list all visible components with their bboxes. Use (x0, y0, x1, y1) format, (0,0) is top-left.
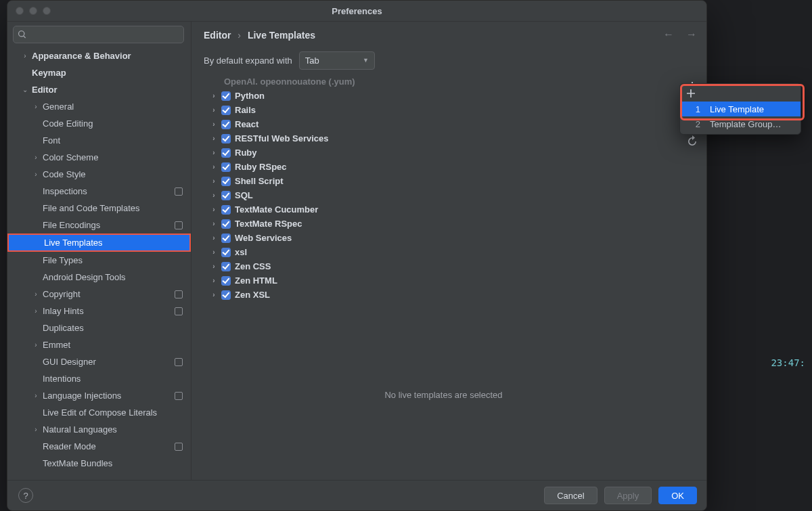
template-group-checkbox[interactable] (221, 276, 231, 286)
breadcrumb-root[interactable]: Editor (204, 30, 231, 41)
popup-item-live-template[interactable]: 1Live Template (680, 102, 800, 116)
sidebar-item-label: Android Design Tools (43, 272, 126, 282)
template-group-react[interactable]: ›React (204, 117, 683, 131)
sidebar-item-file-and-code-templates[interactable]: File and Code Templates (7, 200, 191, 217)
template-group-textmate-cucumber[interactable]: ›TextMate Cucumber (204, 202, 683, 217)
template-group-checkbox[interactable] (221, 262, 231, 271)
template-group-zen-xsl[interactable]: ›Zen XSL (204, 288, 683, 302)
template-group-checkbox[interactable] (221, 191, 231, 200)
traffic-lights (16, 7, 51, 15)
template-group-ruby[interactable]: ›Ruby (204, 146, 683, 160)
template-group-checkbox[interactable] (221, 248, 231, 257)
project-scope-icon (175, 307, 183, 315)
forward-arrow-icon[interactable]: → (686, 28, 697, 41)
minimize-dot-icon[interactable] (29, 7, 37, 15)
sidebar-item-keymap[interactable]: Keymap (7, 64, 191, 81)
sidebar-item-textmate-bundles[interactable]: TextMate Bundles (7, 455, 191, 472)
template-group-checkbox[interactable] (221, 162, 231, 172)
template-group-tree[interactable]: OpenAI. opeonnouatone (.yum) ›Python›Rai… (204, 72, 683, 480)
zoom-dot-icon[interactable] (43, 7, 51, 15)
template-group-checkbox[interactable] (221, 148, 231, 158)
sidebar-item-code-editing[interactable]: Code Editing (7, 115, 191, 132)
sidebar-item-inlay-hints[interactable]: ›Inlay Hints (7, 303, 191, 319)
sidebar-item-inspections[interactable]: Inspections (7, 183, 191, 200)
template-group-textmate-rspec[interactable]: ›TextMate RSpec (204, 217, 683, 231)
settings-sidebar: ›Appearance & BehaviorKeymap⌄Editor›Gene… (7, 22, 191, 480)
sidebar-item-label: Live Edit of Compose Literals (43, 407, 157, 418)
sidebar-item-android-design-tools[interactable]: Android Design Tools (7, 269, 191, 286)
template-group-checkbox[interactable] (221, 134, 231, 143)
sidebar-item-general[interactable]: ›General (7, 98, 191, 115)
sidebar-item-duplicates[interactable]: Duplicates (7, 319, 191, 336)
template-group-checkbox[interactable] (221, 234, 231, 243)
chevron-down-icon: ▼ (363, 57, 369, 64)
template-group-zen-css[interactable]: ›Zen CSS (204, 259, 683, 273)
sidebar-item-language-injections[interactable]: ›Language Injections (7, 387, 191, 404)
sidebar-item-label: Language Injections (43, 391, 121, 401)
cancel-button[interactable]: Cancel (544, 487, 597, 504)
popup-item-template-group-[interactable]: 2Template Group… (680, 116, 800, 131)
sidebar-item-natural-languages[interactable]: ›Natural Languages (7, 421, 191, 438)
dialog-footer: ? Cancel Apply OK (7, 480, 706, 510)
sidebar-item-intentions[interactable]: Intentions (7, 370, 191, 387)
search-input[interactable] (13, 26, 184, 43)
chevron-icon: › (32, 307, 40, 315)
template-group-web-services[interactable]: ›Web Services (204, 231, 683, 245)
sidebar-item-live-edit-of-compose-literals[interactable]: Live Edit of Compose Literals (7, 404, 191, 421)
template-group-checkbox[interactable] (221, 205, 231, 215)
template-group-label: TextMate RSpec (235, 219, 302, 229)
template-group-checkbox[interactable] (221, 290, 231, 300)
sidebar-item-label: Natural Languages (43, 424, 117, 435)
chevron-right-icon: › (210, 120, 217, 128)
sidebar-item-label: Color Scheme (43, 152, 98, 162)
revert-button[interactable] (685, 134, 699, 148)
sidebar-item-live-templates[interactable]: Live Templates (7, 234, 191, 252)
template-group-restful-web-services[interactable]: ›RESTful Web Services (204, 131, 683, 146)
chevron-icon: ⌄ (21, 86, 29, 93)
breadcrumb: Editor › Live Templates (204, 30, 315, 41)
sidebar-item-font[interactable]: Font (7, 132, 191, 149)
template-group-checkbox[interactable] (221, 91, 231, 101)
template-group-rails[interactable]: ›Rails (204, 103, 683, 117)
breadcrumb-bar: Editor › Live Templates ← → (191, 22, 706, 49)
sidebar-item-emmet[interactable]: ›Emmet (7, 336, 191, 353)
chevron-right-icon: › (210, 263, 217, 270)
sidebar-item-appearance-behavior[interactable]: ›Appearance & Behavior (7, 47, 191, 64)
empty-state-message: No live templates are selected (204, 302, 683, 400)
expand-key-dropdown[interactable]: Tab ▼ (299, 51, 375, 70)
chevron-icon: › (32, 171, 40, 178)
breadcrumb-separator-icon: › (233, 30, 245, 41)
template-group-checkbox[interactable] (221, 120, 231, 129)
sidebar-item-file-types[interactable]: File Types (7, 252, 191, 269)
template-group-label: Python (235, 91, 265, 101)
sidebar-item-label: Copyright (43, 289, 81, 299)
template-group-checkbox[interactable] (221, 177, 231, 186)
sidebar-item-reader-mode[interactable]: Reader Mode (7, 438, 191, 455)
settings-tree[interactable]: ›Appearance & BehaviorKeymap⌄Editor›Gene… (7, 47, 191, 480)
template-group-checkbox[interactable] (221, 219, 231, 229)
template-group-xsl[interactable]: ›xsl (204, 245, 683, 259)
template-group-ruby-rspec[interactable]: ›Ruby RSpec (204, 160, 683, 174)
sidebar-item-code-style[interactable]: ›Code Style (7, 166, 191, 183)
sidebar-item-color-scheme[interactable]: ›Color Scheme (7, 149, 191, 166)
template-group-checkbox[interactable] (221, 106, 231, 115)
template-group-sql[interactable]: ›SQL (204, 188, 683, 202)
add-template-popup: 1Live Template2Template Group… (679, 83, 801, 135)
template-group-shell-script[interactable]: ›Shell Script (204, 174, 683, 188)
ok-button[interactable]: OK (658, 487, 697, 504)
template-group-zen-html[interactable]: ›Zen HTML (204, 273, 683, 288)
close-dot-icon[interactable] (16, 7, 24, 15)
chevron-right-icon: › (210, 149, 217, 156)
sidebar-item-copyright[interactable]: ›Copyright (7, 286, 191, 303)
search-input-field[interactable] (31, 30, 179, 40)
sidebar-item-gui-designer[interactable]: GUI Designer (7, 353, 191, 370)
back-arrow-icon[interactable]: ← (663, 28, 674, 41)
popup-item-shortcut: 2 (691, 119, 700, 129)
apply-button[interactable]: Apply (604, 487, 652, 504)
help-button[interactable]: ? (18, 488, 33, 503)
template-group-python[interactable]: ›Python (204, 89, 683, 103)
preferences-dialog: Preferences ›Appearance & BehaviorKeymap… (7, 0, 707, 511)
chevron-right-icon: › (210, 291, 217, 298)
sidebar-item-editor[interactable]: ⌄Editor (7, 81, 191, 98)
sidebar-item-file-encodings[interactable]: File Encodings (7, 217, 191, 234)
